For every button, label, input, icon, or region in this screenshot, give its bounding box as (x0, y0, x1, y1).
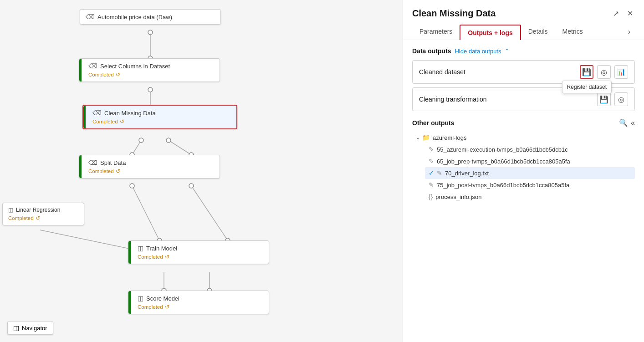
cleaning-transformation-label: Cleaning transformation (419, 96, 487, 103)
node-status-select: Completed ↺ (88, 71, 214, 78)
chart-dataset-button[interactable]: 📊 (614, 65, 628, 79)
node-bar-select (79, 59, 82, 82)
folder-chevron-down: ⌄ (416, 134, 420, 141)
expand-button[interactable]: ↗ (611, 8, 621, 19)
hide-data-outputs-link[interactable]: Hide data outputs (455, 48, 501, 55)
pipeline-canvas: ⌫ Automobile price data (Raw) ⌫ Select C… (0, 0, 403, 342)
file-label-1: 55_azureml-execution-tvmps_b0a66d1bcb5dc… (437, 146, 568, 153)
file-item-1[interactable]: ✎ 55_azureml-execution-tvmps_b0a66d1bcb5… (425, 143, 635, 155)
navigator-icon: ◫ (13, 324, 19, 332)
file-icon-5: {} (429, 193, 433, 200)
svg-point-21 (148, 30, 153, 35)
other-outputs-header: Other outputs 🔍 « (412, 118, 635, 127)
panel-title-row: Clean Missing Data ↗ ✕ (412, 8, 635, 19)
other-outputs-section: Other outputs 🔍 « ⌄ 📁 azureml-logs ✎ 55_… (412, 118, 635, 203)
save-icon2: 💾 (599, 95, 608, 104)
node-icon-clean: ⌫ (92, 109, 102, 117)
node-select-columns[interactable]: ⌫ Select Columns in Dataset Completed ↺ (79, 58, 220, 82)
node-title-select: Select Columns in Dataset (100, 63, 170, 70)
node-bar-train (128, 241, 131, 264)
node-status-score: Completed ↺ (138, 304, 263, 310)
view-dataset-button[interactable]: ◎ (597, 65, 611, 79)
file-tree: ⌄ 📁 azureml-logs ✎ 55_azureml-execution-… (412, 132, 635, 203)
node-linear-regression[interactable]: ◫ Linear Regression Completed ↺ (2, 203, 84, 225)
cleaned-dataset-actions: 💾 ◎ 📊 (580, 65, 628, 79)
file-item-3[interactable]: ✓ ✎ 70_driver_log.txt (425, 167, 635, 179)
view-icon2: ◎ (618, 95, 624, 104)
panel-tabs: Parameters Outputs + logs Details Metric… (412, 24, 635, 40)
view-transformation-button[interactable]: ◎ (614, 92, 628, 106)
tabs-arrow[interactable]: › (624, 24, 635, 40)
file-item-4[interactable]: ✎ 75_job_post-tvmps_b0a66d1bcb5dcb1cca80… (425, 179, 635, 191)
node-icon-select: ⌫ (88, 62, 97, 70)
close-button[interactable]: ✕ (625, 8, 635, 19)
folder-azureml-logs[interactable]: ⌄ 📁 azureml-logs (412, 132, 635, 143)
node-title-lr: Linear Regression (16, 207, 60, 213)
output-row-cleaned-dataset: Cleaned dataset 💾 ◎ 📊 Register dataset (412, 60, 635, 84)
register-dataset-tooltip: Register dataset (562, 81, 612, 93)
register-dataset-button[interactable]: 💾 (580, 65, 593, 79)
svg-point-12 (166, 138, 171, 143)
node-title-split: Split Data (100, 159, 126, 166)
cleaned-dataset-label: Cleaned dataset (419, 68, 465, 76)
tab-outputs-logs[interactable]: Outputs + logs (460, 25, 521, 40)
file-label-2: 65_job_prep-tvmps_b0a66d1bcb5dcb1cca805a… (437, 158, 570, 165)
node-status-train: Completed ↺ (138, 254, 263, 260)
node-bar-split (79, 155, 82, 178)
node-title-clean: Clean Missing Data (104, 110, 156, 117)
node-automobile[interactable]: ⌫ Automobile price data (Raw) (80, 9, 221, 25)
folder-label: azureml-logs (433, 134, 466, 141)
node-split-data[interactable]: ⌫ Split Data Completed ↺ (79, 155, 220, 179)
cleaning-transformation-actions: 💾 ◎ (597, 92, 628, 106)
svg-point-10 (148, 87, 153, 92)
save-icon: 💾 (582, 68, 591, 77)
tab-metrics[interactable]: Metrics (555, 24, 590, 40)
file-label-4: 75_job_post-tvmps_b0a66d1bcb5dcb1cca805a… (437, 182, 569, 189)
navigator-label: Navigator (22, 325, 47, 332)
svg-point-16 (189, 184, 194, 188)
node-clean-missing[interactable]: ⌫ Clean Missing Data Completed ↺ (82, 105, 237, 129)
node-title-automobile: Automobile price data (Raw) (97, 14, 172, 20)
node-bar-score (128, 291, 131, 314)
file-icon-3: ✎ (437, 169, 442, 177)
checkmark-icon: ✓ (429, 169, 434, 177)
svg-point-11 (139, 138, 143, 143)
panel-title: Clean Missing Data (412, 8, 496, 19)
svg-line-2 (132, 140, 141, 155)
node-icon-split: ⌫ (88, 159, 97, 166)
file-label-3: 70_driver_log.txt (445, 170, 489, 177)
search-icon[interactable]: 🔍 (619, 118, 628, 127)
folder-icon: 📁 (422, 134, 430, 141)
node-title-score: Score Model (146, 295, 179, 302)
node-score-model[interactable]: ◫ Score Model Completed ↺ (128, 291, 269, 314)
file-icon-4: ✎ (429, 181, 434, 189)
panel-header: Clean Missing Data ↗ ✕ Parameters Output… (403, 0, 644, 40)
svg-line-5 (191, 186, 228, 240)
node-bar-clean (83, 106, 86, 128)
register-transformation-button[interactable]: 💾 (597, 92, 611, 106)
node-icon-train: ◫ (138, 245, 143, 252)
node-icon-lr: ◫ (8, 207, 13, 213)
node-title-train: Train Model (146, 245, 177, 252)
file-item-2[interactable]: ✎ 65_job_prep-tvmps_b0a66d1bcb5dcb1cca80… (425, 155, 635, 167)
other-outputs-label: Other outputs (412, 119, 455, 127)
node-icon-score: ◫ (138, 295, 143, 302)
file-label-5: process_info.json (435, 194, 481, 200)
chart-icon: 📊 (617, 68, 626, 76)
file-item-5[interactable]: {} process_info.json (425, 191, 635, 203)
node-train-model[interactable]: ◫ Train Model Completed ↺ (128, 240, 269, 264)
file-icon-1: ✎ (429, 146, 434, 153)
node-status-lr: Completed ↺ (8, 215, 78, 221)
navigator-button[interactable]: ◫ Navigator (7, 321, 53, 335)
hide-data-outputs-chevron: ⌃ (505, 48, 509, 54)
view-icon: ◎ (601, 68, 607, 77)
panel-body: Data outputs Hide data outputs ⌃ Cleaned… (403, 40, 644, 342)
other-outputs-search-row: 🔍 « (619, 118, 635, 127)
data-outputs-label: Data outputs (412, 47, 451, 55)
tab-parameters[interactable]: Parameters (412, 24, 460, 40)
tab-details[interactable]: Details (521, 24, 555, 40)
svg-line-3 (169, 140, 191, 155)
svg-line-4 (132, 186, 159, 240)
panel-title-actions: ↗ ✕ (611, 8, 635, 19)
collapse-icon[interactable]: « (631, 119, 635, 127)
